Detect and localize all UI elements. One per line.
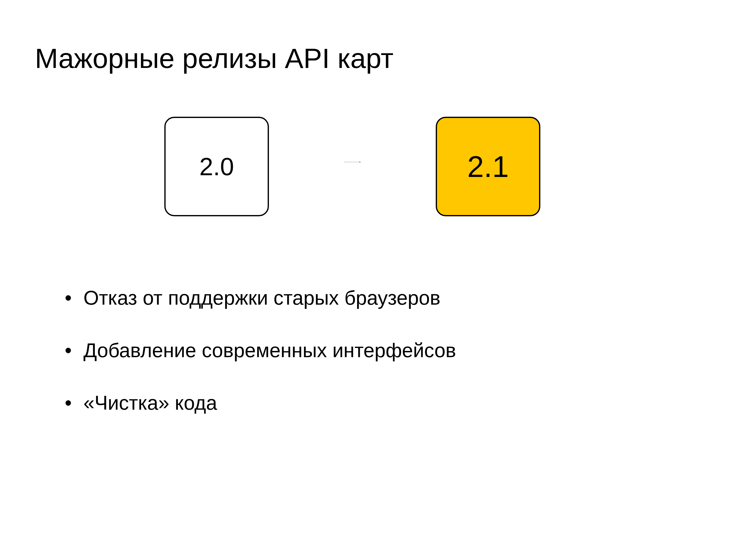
node-version-old-label: 2.0 <box>199 152 234 181</box>
node-version-new: 2.1 <box>436 117 540 216</box>
slide-title: Мажорные релизы API карт <box>35 42 712 74</box>
node-version-old: 2.0 <box>164 117 269 216</box>
slide: Мажорные релизы API карт 2.0 2.1 Отказ о… <box>0 0 747 560</box>
node-version-new-label: 2.1 <box>467 149 509 184</box>
list-item: Добавление современных интерфейсов <box>65 339 712 363</box>
list-item: Отказ от поддержки старых браузеров <box>65 286 712 310</box>
version-diagram: 2.0 2.1 <box>164 117 538 231</box>
list-item: «Чистка» кода <box>65 391 712 415</box>
arrow-icon <box>269 162 436 162</box>
bullet-list: Отказ от поддержки старых браузеров Доба… <box>45 286 712 415</box>
svg-marker-1 <box>360 162 361 162</box>
